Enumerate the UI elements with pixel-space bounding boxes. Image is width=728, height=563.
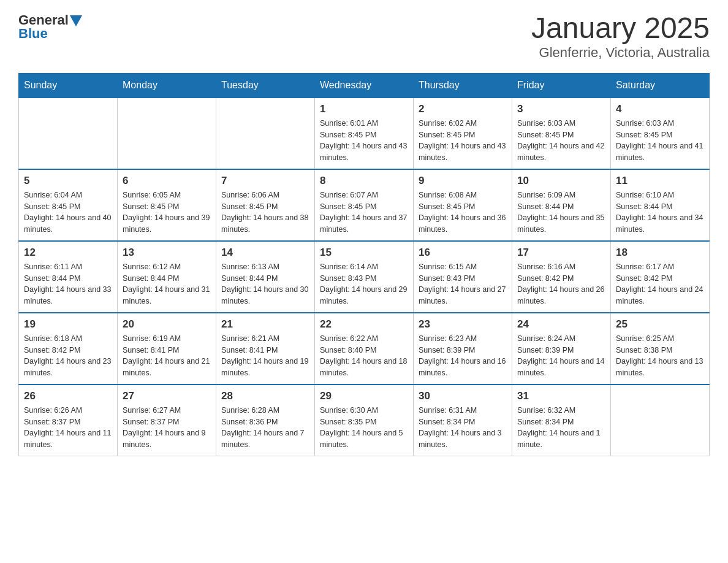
week-row-1: 1Sunrise: 6:01 AMSunset: 8:45 PMDaylight… [19,98,710,169]
day-number: 24 [517,318,605,331]
day-number: 7 [221,175,309,187]
header-friday: Friday [512,73,611,98]
calendar-cell [216,98,315,169]
day-info: Sunrise: 6:22 AMSunset: 8:40 PMDaylight:… [320,333,408,379]
calendar-header-row: SundayMondayTuesdayWednesdayThursdayFrid… [19,73,710,98]
header-sunday: Sunday [19,73,118,98]
day-info: Sunrise: 6:18 AMSunset: 8:42 PMDaylight:… [24,333,112,379]
day-number: 16 [419,247,507,259]
day-number: 27 [123,390,211,402]
calendar-cell: 28Sunrise: 6:28 AMSunset: 8:36 PMDayligh… [216,385,315,456]
day-info: Sunrise: 6:16 AMSunset: 8:42 PMDaylight:… [517,261,605,307]
logo: General Blue [18,12,82,42]
calendar-cell: 8Sunrise: 6:07 AMSunset: 8:45 PMDaylight… [315,169,414,241]
day-number: 2 [419,103,507,115]
day-info: Sunrise: 6:23 AMSunset: 8:39 PMDaylight:… [419,333,507,379]
day-info: Sunrise: 6:04 AMSunset: 8:45 PMDaylight:… [24,190,112,236]
day-info: Sunrise: 6:10 AMSunset: 8:44 PMDaylight:… [616,190,704,236]
calendar-cell [611,385,710,456]
day-number: 17 [517,247,605,259]
day-info: Sunrise: 6:11 AMSunset: 8:44 PMDaylight:… [24,261,112,307]
day-number: 25 [616,318,704,331]
day-number: 8 [320,175,408,187]
calendar-cell: 7Sunrise: 6:06 AMSunset: 8:45 PMDaylight… [216,169,315,241]
header-saturday: Saturday [611,73,710,98]
title-section: January 2025 Glenferrie, Victoria, Austr… [531,12,710,61]
day-number: 29 [320,390,408,402]
calendar-cell: 13Sunrise: 6:12 AMSunset: 8:44 PMDayligh… [118,241,216,313]
week-row-4: 19Sunrise: 6:18 AMSunset: 8:42 PMDayligh… [19,313,710,385]
calendar-cell: 4Sunrise: 6:03 AMSunset: 8:45 PMDaylight… [611,98,710,169]
calendar-cell: 5Sunrise: 6:04 AMSunset: 8:45 PMDaylight… [19,169,118,241]
calendar-cell: 20Sunrise: 6:19 AMSunset: 8:41 PMDayligh… [118,313,216,385]
header-thursday: Thursday [414,73,512,98]
day-info: Sunrise: 6:02 AMSunset: 8:45 PMDaylight:… [419,118,507,164]
day-number: 3 [517,103,605,115]
day-info: Sunrise: 6:24 AMSunset: 8:39 PMDaylight:… [517,333,605,379]
day-number: 14 [221,247,309,259]
day-info: Sunrise: 6:07 AMSunset: 8:45 PMDaylight:… [320,190,408,236]
day-number: 19 [24,318,112,331]
day-info: Sunrise: 6:21 AMSunset: 8:41 PMDaylight:… [221,333,309,379]
day-number: 28 [221,390,309,402]
day-info: Sunrise: 6:15 AMSunset: 8:43 PMDaylight:… [419,261,507,307]
header-tuesday: Tuesday [216,73,315,98]
calendar-cell: 26Sunrise: 6:26 AMSunset: 8:37 PMDayligh… [19,385,118,456]
day-number: 30 [419,390,507,402]
week-row-3: 12Sunrise: 6:11 AMSunset: 8:44 PMDayligh… [19,241,710,313]
calendar-cell: 16Sunrise: 6:15 AMSunset: 8:43 PMDayligh… [414,241,512,313]
day-number: 1 [320,103,408,115]
day-info: Sunrise: 6:19 AMSunset: 8:41 PMDaylight:… [123,333,211,379]
day-info: Sunrise: 6:13 AMSunset: 8:44 PMDaylight:… [221,261,309,307]
day-number: 15 [320,247,408,259]
day-info: Sunrise: 6:05 AMSunset: 8:45 PMDaylight:… [123,190,211,236]
day-number: 5 [24,175,112,187]
calendar-cell: 22Sunrise: 6:22 AMSunset: 8:40 PMDayligh… [315,313,414,385]
calendar-cell: 25Sunrise: 6:25 AMSunset: 8:38 PMDayligh… [611,313,710,385]
header-monday: Monday [118,73,216,98]
week-row-5: 26Sunrise: 6:26 AMSunset: 8:37 PMDayligh… [19,385,710,456]
calendar-cell: 9Sunrise: 6:08 AMSunset: 8:45 PMDaylight… [414,169,512,241]
day-info: Sunrise: 6:08 AMSunset: 8:45 PMDaylight:… [419,190,507,236]
calendar-cell: 6Sunrise: 6:05 AMSunset: 8:45 PMDaylight… [118,169,216,241]
calendar-cell: 11Sunrise: 6:10 AMSunset: 8:44 PMDayligh… [611,169,710,241]
header-wednesday: Wednesday [315,73,414,98]
day-number: 22 [320,318,408,331]
day-info: Sunrise: 6:27 AMSunset: 8:37 PMDaylight:… [123,405,211,451]
day-number: 13 [123,247,211,259]
day-info: Sunrise: 6:14 AMSunset: 8:43 PMDaylight:… [320,261,408,307]
calendar-cell: 14Sunrise: 6:13 AMSunset: 8:44 PMDayligh… [216,241,315,313]
day-info: Sunrise: 6:25 AMSunset: 8:38 PMDaylight:… [616,333,704,379]
day-info: Sunrise: 6:03 AMSunset: 8:45 PMDaylight:… [517,118,605,164]
day-info: Sunrise: 6:28 AMSunset: 8:36 PMDaylight:… [221,405,309,451]
calendar-cell: 2Sunrise: 6:02 AMSunset: 8:45 PMDaylight… [414,98,512,169]
day-info: Sunrise: 6:30 AMSunset: 8:35 PMDaylight:… [320,405,408,451]
calendar-cell: 17Sunrise: 6:16 AMSunset: 8:42 PMDayligh… [512,241,611,313]
calendar-cell: 27Sunrise: 6:27 AMSunset: 8:37 PMDayligh… [118,385,216,456]
calendar-cell: 23Sunrise: 6:23 AMSunset: 8:39 PMDayligh… [414,313,512,385]
day-number: 26 [24,390,112,402]
day-info: Sunrise: 6:12 AMSunset: 8:44 PMDaylight:… [123,261,211,307]
day-info: Sunrise: 6:32 AMSunset: 8:34 PMDaylight:… [517,405,605,451]
calendar-cell: 12Sunrise: 6:11 AMSunset: 8:44 PMDayligh… [19,241,118,313]
calendar-cell: 19Sunrise: 6:18 AMSunset: 8:42 PMDayligh… [19,313,118,385]
calendar-cell [19,98,118,169]
page-title: January 2025 [531,12,710,45]
calendar-cell [118,98,216,169]
calendar-cell: 1Sunrise: 6:01 AMSunset: 8:45 PMDaylight… [315,98,414,169]
day-info: Sunrise: 6:26 AMSunset: 8:37 PMDaylight:… [24,405,112,451]
day-info: Sunrise: 6:03 AMSunset: 8:45 PMDaylight:… [616,118,704,164]
day-number: 11 [616,175,704,187]
day-number: 20 [123,318,211,331]
calendar-cell: 10Sunrise: 6:09 AMSunset: 8:44 PMDayligh… [512,169,611,241]
day-info: Sunrise: 6:01 AMSunset: 8:45 PMDaylight:… [320,118,408,164]
day-number: 23 [419,318,507,331]
calendar-cell: 31Sunrise: 6:32 AMSunset: 8:34 PMDayligh… [512,385,611,456]
logo-triangle-icon [70,15,82,26]
calendar-cell: 18Sunrise: 6:17 AMSunset: 8:42 PMDayligh… [611,241,710,313]
day-number: 6 [123,175,211,187]
calendar-table: SundayMondayTuesdayWednesdayThursdayFrid… [18,73,710,456]
day-info: Sunrise: 6:06 AMSunset: 8:45 PMDaylight:… [221,190,309,236]
logo-blue-text: Blue [18,26,48,42]
week-row-2: 5Sunrise: 6:04 AMSunset: 8:45 PMDaylight… [19,169,710,241]
